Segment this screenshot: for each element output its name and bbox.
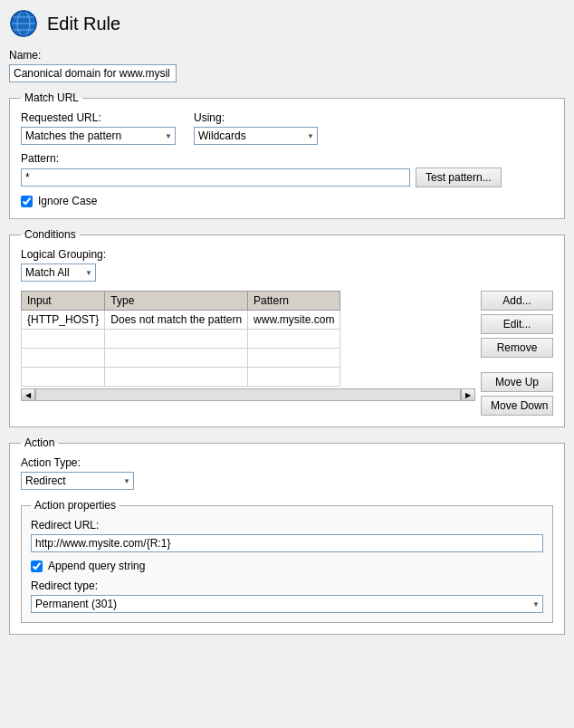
cell-type: Does not match the pattern — [105, 311, 248, 330]
requested-url-select[interactable]: Matches the pattern Does not match the p… — [21, 127, 176, 145]
redirect-type-select[interactable]: Permanent (301) Found (302) See Other (3… — [31, 595, 543, 613]
logical-grouping-row: Logical Grouping: Match All Match Any No… — [21, 248, 553, 282]
table-row[interactable] — [22, 368, 340, 387]
scrollbar-track[interactable] — [35, 388, 461, 401]
conditions-table-wrapper: Input Type Pattern {HTTP_HOST} Does not … — [21, 291, 553, 416]
append-query-string-checkbox[interactable] — [31, 560, 43, 572]
name-section: Name: — [9, 49, 565, 82]
append-query-string-label[interactable]: Append query string — [48, 560, 145, 572]
action-type-label: Action Type: — [21, 456, 553, 469]
redirect-url-input[interactable] — [31, 534, 543, 552]
conditions-buttons: Add... Edit... Remove Move Up Move Down — [481, 291, 553, 416]
cell-input — [22, 349, 105, 368]
action-type-row: Action Type: Redirect Rewrite Custom Res… — [21, 456, 553, 490]
action-type-select-wrapper[interactable]: Redirect Rewrite Custom Response AbortRe… — [21, 472, 134, 490]
add-condition-button[interactable]: Add... — [481, 291, 553, 311]
conditions-table-container: Input Type Pattern {HTTP_HOST} Does not … — [21, 291, 475, 401]
cell-input — [22, 368, 105, 387]
action-properties-legend: Action properties — [31, 499, 120, 512]
table-row[interactable] — [22, 330, 340, 349]
col-pattern: Pattern — [248, 292, 340, 311]
using-label: Using: — [194, 111, 318, 124]
using-col: Using: Wildcards Regular Expressions Exa… — [194, 111, 318, 145]
spacer — [481, 361, 553, 369]
redirect-url-label: Redirect URL: — [31, 519, 543, 532]
using-select-wrapper[interactable]: Wildcards Regular Expressions Exact Matc… — [194, 127, 318, 145]
conditions-table: Input Type Pattern {HTTP_HOST} Does not … — [21, 291, 340, 387]
col-input: Input — [22, 292, 105, 311]
conditions-section: Conditions Logical Grouping: Match All M… — [9, 228, 565, 427]
match-url-section: Match URL Requested URL: Matches the pat… — [9, 91, 565, 219]
col-type: Type — [105, 292, 248, 311]
name-input[interactable] — [9, 64, 177, 82]
globe-icon — [9, 9, 38, 38]
cell-type — [105, 368, 248, 387]
table-row[interactable]: {HTTP_HOST} Does not match the pattern w… — [22, 311, 340, 330]
spacer — [31, 552, 543, 560]
cell-type — [105, 330, 248, 349]
pattern-row: Test pattern... — [21, 168, 553, 187]
name-label: Name: — [9, 49, 565, 62]
horizontal-scrollbar: ◀ ▶ — [21, 388, 475, 401]
pattern-input[interactable] — [21, 168, 410, 187]
pattern-label: Pattern: — [21, 152, 553, 165]
requested-url-label: Requested URL: — [21, 111, 176, 124]
cell-input — [22, 330, 105, 349]
move-down-button[interactable]: Move Down — [481, 396, 553, 416]
scroll-right-button[interactable]: ▶ — [461, 388, 475, 401]
scroll-left-button[interactable]: ◀ — [21, 388, 35, 401]
action-legend: Action — [21, 436, 58, 449]
action-properties-section: Action properties Redirect URL: Append q… — [21, 499, 553, 623]
append-query-string-row: Append query string — [31, 560, 543, 572]
redirect-type-select-wrapper[interactable]: Permanent (301) Found (302) See Other (3… — [31, 595, 543, 613]
cell-input: {HTTP_HOST} — [22, 311, 105, 330]
remove-condition-button[interactable]: Remove — [481, 338, 553, 358]
cell-pattern — [248, 349, 340, 368]
logical-grouping-select[interactable]: Match All Match Any None — [21, 263, 96, 282]
edit-condition-button[interactable]: Edit... — [481, 314, 553, 334]
logical-grouping-select-wrapper[interactable]: Match All Match Any None — [21, 263, 96, 282]
action-type-select[interactable]: Redirect Rewrite Custom Response AbortRe… — [21, 472, 134, 490]
ignore-case-row: Ignore Case — [21, 195, 553, 207]
requested-url-col: Requested URL: Matches the pattern Does … — [21, 111, 176, 145]
cell-pattern — [248, 368, 340, 387]
page-header: Edit Rule — [9, 9, 565, 38]
cell-pattern: www.mysite.com — [248, 311, 340, 330]
cell-pattern — [248, 330, 340, 349]
cell-type — [105, 349, 248, 368]
move-up-button[interactable]: Move Up — [481, 372, 553, 392]
redirect-type-label: Redirect type: — [31, 580, 543, 592]
test-pattern-button[interactable]: Test pattern... — [416, 168, 502, 187]
ignore-case-label[interactable]: Ignore Case — [38, 195, 97, 207]
table-row[interactable] — [22, 349, 340, 368]
ignore-case-checkbox[interactable] — [21, 196, 33, 207]
match-url-legend: Match URL — [21, 91, 82, 104]
conditions-legend: Conditions — [21, 228, 80, 241]
action-section: Action Action Type: Redirect Rewrite Cus… — [9, 436, 565, 635]
requested-url-select-wrapper[interactable]: Matches the pattern Does not match the p… — [21, 127, 176, 145]
spacer — [31, 572, 543, 580]
logical-grouping-label: Logical Grouping: — [21, 248, 553, 261]
page-title: Edit Rule — [47, 14, 120, 34]
using-select[interactable]: Wildcards Regular Expressions Exact Matc… — [194, 127, 318, 145]
